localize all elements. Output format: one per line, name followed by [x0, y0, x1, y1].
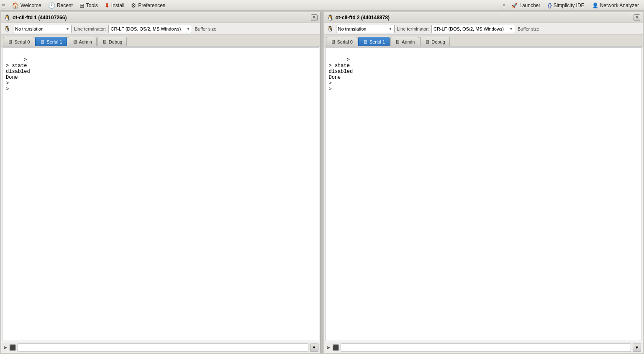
panel-1-tabs-bar: 🖥 Serial 0 🖥 Serial 1 🖥 Admin 🖥 Debug — [1, 35, 320, 47]
panel-1-cmd-arrow-icon: ➤ — [3, 344, 8, 351]
menu-install-label: Install — [111, 3, 124, 8]
recent-icon: 🕐 — [48, 2, 55, 9]
panel-1-terminator-value: CR-LF (DOS, OS/2, MS Windows) — [110, 26, 181, 31]
panel-2-translate-icon: 🐧 — [327, 26, 334, 32]
panel-2-device-icon: 🐧 — [327, 14, 334, 21]
panel-2-command-bar: ➤ ⬛ ▼ — [324, 342, 643, 353]
panel-2-tab-admin[interactable]: 🖥 Admin — [390, 37, 419, 46]
panel-1-tab-serial0[interactable]: 🖥 Serial 0 — [3, 37, 34, 46]
panel-2-cmd-send-button[interactable]: ▼ — [633, 344, 641, 352]
tools-icon: ⊞ — [80, 2, 85, 9]
menu-home[interactable]: 🏠 Welcome — [8, 1, 45, 10]
panel-1-serial1-label: Serial 1 — [46, 39, 62, 44]
panel-1-debug-icon: 🖥 — [102, 39, 107, 45]
panel-1-translation-bar: 🐧 No translation ▼ Line terminator: CR-L… — [1, 23, 320, 35]
install-icon: ⬇ — [105, 2, 110, 9]
panel-1-translation-value: No translation — [15, 26, 44, 31]
panel-1-command-bar: ➤ ⬛ ▼ — [1, 342, 320, 353]
panel-2-admin-label: Admin — [402, 39, 415, 44]
panel-divider[interactable] — [321, 11, 323, 354]
menu-preferences-label: Preferences — [138, 3, 165, 8]
panel-2-console-content: > > state disabled Done > > — [329, 57, 353, 92]
launcher-label: Launcher — [519, 3, 540, 8]
panel-2-translation-bar: 🐧 No translation ▼ Line terminator: CR-L… — [324, 23, 643, 35]
panel-2-titlebar: 🐧 ot-cli-ftd 2 (440148878) ✕ — [324, 12, 643, 23]
panel-2-serial0-label: Serial 0 — [337, 39, 353, 44]
panel-1-console-content: > > state disabled Done > > — [6, 57, 30, 92]
home-icon: 🏠 — [12, 2, 19, 9]
panel-2-serial1-label: Serial 1 — [369, 39, 385, 44]
menu-install[interactable]: ⬇ Install — [101, 1, 128, 10]
panel-2-terminator-arrow: ▼ — [509, 27, 513, 31]
panel-1-tab-serial1[interactable]: 🖥 Serial 1 — [35, 37, 67, 46]
menubar: 🏠 Welcome 🕐 Recent ⊞ Tools ⬇ Install ⚙ P… — [0, 0, 644, 11]
network-analyzer-label: Network Analyzer — [600, 3, 639, 8]
panel-2-terminator-label: Line terminator: — [397, 26, 429, 31]
panel-1-debug-label: Debug — [109, 39, 122, 44]
launcher-icon: 🚀 — [511, 3, 518, 8]
panel-2-cmd-arrow-icon: ➤ — [326, 344, 331, 351]
panel-1-terminator-select[interactable]: CR-LF (DOS, OS/2, MS Windows) ▼ — [108, 25, 192, 33]
menu-preferences[interactable]: ⚙ Preferences — [128, 1, 169, 10]
network-analyzer-icon: 👤 — [592, 3, 598, 8]
menu-tools[interactable]: ⊞ Tools — [76, 1, 101, 10]
panel-1-device-icon: 🐧 — [4, 14, 11, 21]
panel-2-title: ot-cli-ftd 2 (440148878) — [336, 15, 632, 21]
panel-2-command-input[interactable] — [341, 344, 631, 352]
panel-2-tab-serial1[interactable]: 🖥 Serial 1 — [358, 37, 390, 46]
panel-1-console: > > state disabled Done > > — [2, 47, 319, 341]
panel-1-command-input[interactable] — [18, 344, 308, 352]
panel-2-debug-label: Debug — [431, 39, 445, 44]
menu-recent[interactable]: 🕐 Recent — [45, 1, 76, 10]
panel-2-close-button[interactable]: ✕ — [634, 14, 640, 21]
panel-2-tabs-bar: 🖥 Serial 0 🖥 Serial 1 🖥 Admin 🖥 Debug — [324, 35, 643, 47]
menu-recent-label: Recent — [57, 3, 73, 8]
panel-1-serial0-label: Serial 0 — [14, 39, 30, 44]
panel-2-serial1-icon: 🖥 — [363, 39, 368, 45]
network-analyzer-tool[interactable]: 👤 Network Analyzer — [589, 1, 642, 10]
panel-1-serial1-icon: 🖥 — [40, 39, 45, 45]
panel-1-terminator-arrow: ▼ — [187, 27, 190, 31]
menu-tools-label: Tools — [86, 3, 98, 8]
panel-1-bufsize-label: Buffer size — [195, 26, 216, 31]
panel-1-tab-debug[interactable]: 🖥 Debug — [97, 37, 127, 46]
drag-icon — [2, 3, 5, 8]
menubar-drag[interactable] — [2, 1, 8, 10]
panel-2-serial0-icon: 🖥 — [331, 39, 336, 45]
right-tools: 🚀 Launcher {} Simplicity IDE 👤 Network A… — [503, 1, 642, 10]
right-drag-icon — [503, 3, 505, 8]
panel-1-admin-label: Admin — [79, 39, 92, 44]
simplicity-ide-tool[interactable]: {} Simplicity IDE — [544, 1, 588, 10]
panel-2-translation-select[interactable]: No translation ▼ — [336, 25, 395, 33]
panel-1-admin-icon: 🖥 — [72, 39, 77, 45]
panel-2-debug-icon: 🖥 — [425, 39, 430, 45]
simplicity-ide-icon: {} — [548, 3, 552, 8]
panel-1-serial0-icon: 🖥 — [8, 39, 13, 45]
preferences-icon: ⚙ — [131, 2, 136, 9]
panel-1-translation-arrow: ▼ — [66, 27, 69, 31]
panel-1-close-button[interactable]: ✕ — [311, 14, 318, 21]
panel-1-terminator-label: Line terminator: — [74, 26, 106, 31]
panel-1-cmd-terminal-icon: ⬛ — [9, 344, 16, 351]
panel-2-bufsize-label: Buffer size — [518, 26, 539, 31]
panel-2-tab-debug[interactable]: 🖥 Debug — [420, 37, 449, 46]
panel-2-terminator-select[interactable]: CR-LF (DOS, OS/2, MS Windows) ▼ — [431, 25, 515, 33]
menu-home-label: Welcome — [21, 3, 41, 8]
panel-1-translate-icon: 🐧 — [4, 26, 10, 32]
panel-2-console: > > state disabled Done > > — [325, 47, 642, 341]
panel-2-admin-icon: 🖥 — [395, 39, 400, 45]
panel-1-tab-admin[interactable]: 🖥 Admin — [68, 37, 97, 46]
panel-1-title: ot-cli-ftd 1 (440107266) — [13, 15, 309, 21]
panel-1: 🐧 ot-cli-ftd 1 (440107266) ✕ 🐧 No transl… — [1, 12, 321, 353]
panel-2: 🐧 ot-cli-ftd 2 (440148878) ✕ 🐧 No transl… — [324, 12, 644, 353]
panel-1-cmd-send-button[interactable]: ▼ — [310, 344, 318, 352]
panel-1-titlebar: 🐧 ot-cli-ftd 1 (440107266) ✕ — [1, 12, 320, 23]
main-area: 🐧 ot-cli-ftd 1 (440107266) ✕ 🐧 No transl… — [0, 11, 644, 354]
panel-2-tab-serial0[interactable]: 🖥 Serial 0 — [326, 37, 357, 46]
panel-2-translation-arrow: ▼ — [389, 27, 393, 31]
launcher-tool[interactable]: 🚀 Launcher — [508, 1, 544, 10]
right-drag[interactable] — [503, 1, 507, 10]
panel-2-terminator-value: CR-LF (DOS, OS/2, MS Windows) — [434, 26, 504, 31]
panel-2-translation-value: No translation — [338, 26, 367, 31]
panel-1-translation-select[interactable]: No translation ▼ — [13, 25, 72, 33]
